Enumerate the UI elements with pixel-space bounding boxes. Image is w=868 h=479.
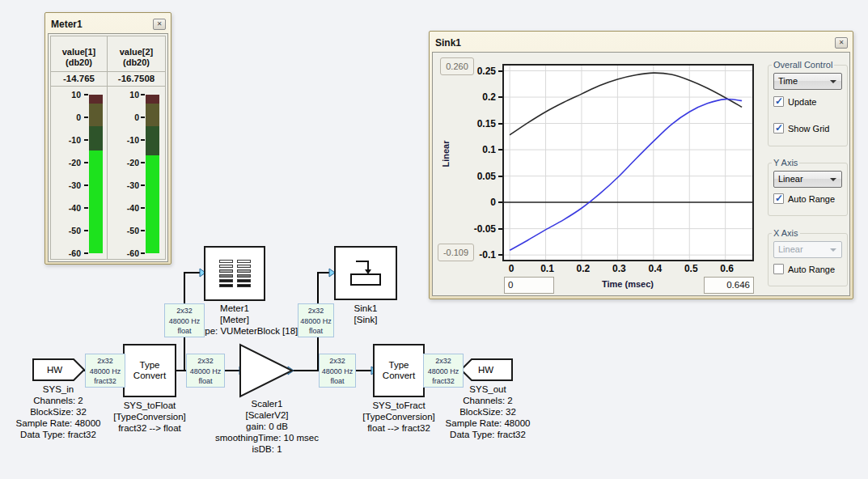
meter-tick-mark [84, 162, 88, 163]
vu-meter-2[interactable]: 100-10-20-30-40-50-60 [108, 87, 165, 260]
meter-tick-label: 0 [134, 112, 139, 122]
x-tick-label: 0.6 [720, 263, 734, 274]
y-tick-label: 0.1 [482, 144, 496, 155]
meter-tick-label: -50 [127, 226, 139, 235]
y-tick-label: -0.1 [479, 249, 496, 261]
type-convert-2-block[interactable]: Type Convert [373, 344, 425, 397]
dropdown-value: Linear [778, 244, 803, 254]
checkbox-label: Update [788, 97, 816, 107]
wire-info-box: 2x3248000 Hzfract32 [423, 354, 464, 388]
y-axis-legend: Y Axis [772, 158, 799, 167]
sys-in-label: SYS_inChannels: 2BlockSize: 32Sample Rat… [16, 384, 101, 440]
meter-window-titlebar[interactable]: Meter1 ✕ [48, 15, 168, 33]
vu-meter-1[interactable]: 100-10-20-30-40-50-60 [51, 87, 108, 260]
close-icon: ✕ [839, 40, 845, 46]
vu-meter-1-bar [89, 95, 103, 253]
close-icon: ✕ [157, 21, 163, 28]
x-axis-group: X Axis Linear Auto Range [768, 228, 848, 286]
sink-window-titlebar[interactable]: Sink1 ✕ [432, 34, 850, 52]
y-tick-label: 0.2 [482, 91, 496, 103]
meter-table: value[1](db20) value[2](db20) -14.765 -1… [50, 36, 166, 260]
sys-out-label: SYS_outChannels: 2BlockSize: 32Sample Ra… [446, 384, 531, 440]
x-tick-label: 0.5 [684, 263, 698, 274]
show-grid-checkbox[interactable]: Show Grid [773, 123, 842, 134]
x-auto-range-checkbox[interactable]: Auto Range [773, 264, 842, 274]
checkbox-icon [773, 264, 784, 274]
chevron-down-icon [830, 80, 836, 83]
wire-info-box: 2x3248000 Hzfloat [319, 354, 356, 388]
sink-window: Sink1 ✕ 0.260 Linear -0.109 0.250.20.150… [429, 31, 853, 299]
y-tick-labels: 0.250.20.150.10.050-0.05-0.1 [462, 64, 502, 261]
meter-col2-header: value[2](db20) [108, 36, 165, 71]
wire-info-box: 2x3248000 Hzfloat [186, 354, 225, 388]
wire-info-box: 2x3248000 Hzfloat [298, 303, 334, 337]
y-tick-label: 0.05 [477, 171, 496, 182]
overall-control-group: Overall Control Time Update Show Grid [768, 60, 848, 146]
type-convert-2-text: Type Convert [379, 360, 419, 381]
update-checkbox[interactable]: Update [773, 96, 842, 107]
meter-tick-mark [84, 139, 88, 141]
y-tick-label: -0.05 [474, 223, 496, 235]
meter-window-body: value[1](db20) value[2](db20) -14.765 -1… [48, 33, 168, 262]
x-min-input[interactable]: 0 [504, 277, 554, 294]
meter-bars-row: 100-10-20-30-40-50-60 100-10-20-30-40-50… [51, 87, 165, 260]
scaler-block[interactable] [239, 343, 295, 398]
chevron-down-icon [830, 178, 836, 181]
type-convert-1-text: Type Convert [129, 360, 170, 381]
checkbox-icon [773, 96, 784, 107]
close-button[interactable]: ✕ [835, 37, 848, 49]
x-tick-label: 0.4 [648, 263, 662, 274]
y-tick-label: 0 [490, 197, 496, 208]
x-tick-label: 0.1 [540, 263, 554, 274]
meter-values-row: -14.765 -16.7508 [51, 72, 165, 87]
y-axis-dropdown[interactable]: Linear [773, 171, 842, 188]
y-auto-range-checkbox[interactable]: Auto Range [773, 193, 842, 204]
checkbox-label: Show Grid [788, 124, 829, 134]
sink-window-title: Sink1 [435, 37, 461, 49]
overall-control-legend: Overall Control [772, 60, 834, 70]
hw-output-label: HW [478, 365, 493, 375]
sink-block-label: Sink1[Sink] [354, 303, 378, 325]
app-canvas: HW SYS_inChannels: 2BlockSize: 32Sample … [0, 0, 868, 479]
sys-tofloat-label: SYS_toFloat[TypeConversion]fract32 --> f… [113, 400, 186, 434]
meter-tick-label: -30 [69, 180, 81, 190]
sink-window-body: 0.260 Linear -0.109 0.250.20.150.10.050-… [432, 52, 850, 296]
meter-tick-label: -60 [127, 248, 139, 258]
sink-icon [340, 252, 392, 295]
meter-tick-mark [84, 94, 88, 95]
overall-control-dropdown[interactable]: Time [773, 73, 842, 90]
meter-tick-mark [84, 252, 88, 254]
meter-tick-label: -40 [69, 203, 81, 213]
meter-tick-mark [141, 207, 145, 209]
meter-tick-label: 10 [71, 90, 81, 100]
meter-tick-label: -60 [69, 248, 81, 258]
sink-block[interactable] [334, 246, 397, 300]
meter-col2-value: -16.7508 [108, 72, 165, 86]
x-axis-dropdown: Linear [773, 241, 842, 258]
meter-tick-mark [84, 184, 88, 186]
meter-tick-label: -50 [69, 226, 81, 235]
checkbox-label: Auto Range [788, 194, 835, 204]
plot-area[interactable] [502, 64, 754, 261]
close-button[interactable]: ✕ [153, 19, 166, 30]
meter-window: Meter1 ✕ value[1](db20) value[2](db20) -… [44, 12, 171, 265]
meter-tick-label: -10 [69, 135, 81, 145]
meter-tick-mark [141, 230, 145, 231]
meter-header-row: value[1](db20) value[2](db20) [51, 36, 165, 72]
meter-block[interactable] [204, 246, 265, 301]
meter-window-title: Meter1 [51, 19, 83, 30]
wire-info-box: 2x3248000 Hzfloat [164, 303, 205, 337]
checkbox-icon [773, 123, 784, 134]
meter-tick-label: -40 [127, 203, 139, 213]
vu-meter-2-bar [146, 95, 159, 253]
meter-tick-mark [84, 230, 88, 231]
y-tick-label: 0.25 [477, 66, 496, 77]
type-convert-1-block[interactable]: Type Convert [123, 344, 176, 397]
meter-tick-label: -10 [127, 135, 139, 145]
meter-tick-label: -30 [127, 180, 139, 190]
meter-tick-mark [141, 94, 145, 95]
x-max-input[interactable]: 0.646 [704, 277, 754, 294]
y-tick-label: 0.15 [477, 118, 496, 129]
dropdown-value: Time [778, 76, 798, 86]
curve-channel-2 [510, 100, 742, 251]
